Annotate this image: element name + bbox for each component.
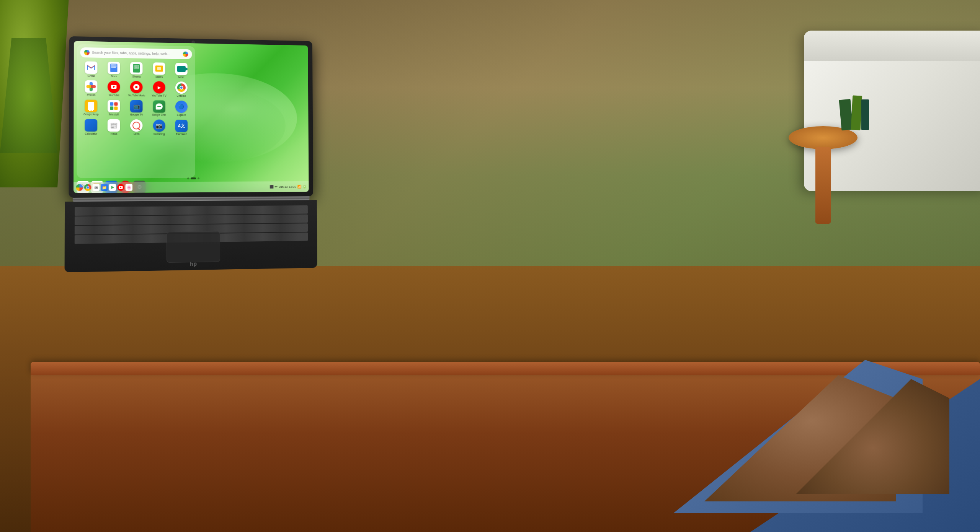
app-label-news: News: [111, 132, 118, 135]
taskbar-photos-icon[interactable]: 🌸: [126, 184, 132, 191]
side-table-leg: [815, 147, 831, 224]
app-label-explore: Explore: [177, 114, 186, 116]
app-item-gkeep[interactable]: Google Keep: [80, 99, 102, 117]
app-label-meet: Meet: [178, 76, 185, 78]
search-bar[interactable]: Search your files, tabs, apps, settings,…: [80, 47, 192, 59]
taskbar-spacer: [134, 187, 268, 187]
app-label-ytv: YouTube TV: [152, 94, 166, 98]
taskbar-files-icon[interactable]: 📁: [101, 184, 108, 191]
taskbar-status-area[interactable]: ⬛ ✏ Jun 13 12:30 📶 🔋: [270, 185, 307, 189]
app-launcher[interactable]: Search your files, tabs, apps, settings,…: [77, 44, 195, 178]
wallpaper: Search your files, tabs, apps, settings,…: [74, 41, 309, 193]
laptop-lid: Search your files, tabs, apps, settings,…: [69, 36, 313, 198]
screen-capture-icon: ⬛: [270, 185, 274, 189]
keyboard-base: hp: [65, 200, 317, 272]
app-item-chrome[interactable]: Chrome: [171, 80, 192, 99]
taskbar-launcher-button[interactable]: [76, 184, 83, 191]
app-item-mystuff[interactable]: My stuff: [103, 99, 125, 117]
app-label-docs: Docs: [111, 75, 117, 78]
taskbar-youtube-icon[interactable]: [117, 184, 124, 191]
app-item-gmail[interactable]: Gmail: [80, 60, 102, 78]
app-grid: Gmail Docs: [80, 60, 192, 137]
app-label-slides: Slides: [155, 75, 163, 78]
taskbar: ✉ 📁: [74, 181, 309, 193]
app-label-translate: Translate: [176, 133, 187, 135]
dot-2-active: [191, 177, 196, 179]
app-item-lens[interactable]: Lens: [126, 118, 147, 137]
app-label-gkeep: Google Keep: [83, 113, 98, 116]
app-item-ytmusic[interactable]: YouTube Music: [126, 80, 147, 98]
app-label-gchat: Google Chat: [152, 114, 166, 117]
screen-bezel: Search your files, tabs, apps, settings,…: [74, 41, 309, 193]
battery-icon: 🔋: [302, 185, 307, 189]
search-placeholder-text: Search your files, tabs, apps, settings,…: [92, 50, 181, 56]
app-label-calculator: Calculator: [85, 132, 97, 135]
taskbar-time: 12:30: [289, 185, 296, 188]
app-item-translate[interactable]: A文 Translate: [171, 119, 192, 137]
app-label-gmail: Gmail: [88, 75, 95, 77]
app-label-lens: Lens: [134, 133, 139, 135]
app-label-ytmusic: YouTube Music: [128, 94, 145, 97]
app-item-scanning[interactable]: 📷 Scanning: [148, 119, 170, 137]
app-item-docs[interactable]: Docs: [103, 60, 125, 79]
app-item-ytv[interactable]: ▶ YouTube TV: [148, 80, 170, 99]
app-item-meet[interactable]: Meet: [171, 62, 192, 80]
app-item-slides[interactable]: Slides: [148, 61, 170, 80]
wifi-icon: 📶: [297, 185, 302, 189]
google-logo-icon: [84, 50, 90, 55]
plant-left: [0, 0, 69, 199]
taskbar-play-icon[interactable]: [109, 184, 116, 191]
app-item-gchat[interactable]: Google Chat: [148, 99, 170, 118]
dot-3: [198, 177, 199, 179]
app-item-gtv[interactable]: 📺 Google TV: [126, 99, 147, 118]
person-arm-area: [559, 272, 980, 532]
dot-1: [187, 177, 189, 179]
app-item-calculator[interactable]: Calculator: [80, 118, 102, 136]
app-label-mystuff: My stuff: [109, 113, 119, 116]
app-label-scanning: Scanning: [154, 133, 165, 135]
book2: [851, 95, 862, 130]
taskbar-chrome-icon[interactable]: [84, 184, 91, 191]
taskbar-date: Jun 13: [279, 185, 287, 189]
couch-back: [804, 31, 980, 61]
taskbar-gmail-icon[interactable]: ✉: [93, 184, 100, 191]
app-label-sheets: Sheets: [132, 75, 141, 78]
app-item-sheets[interactable]: Sheets: [126, 61, 147, 79]
app-item-news[interactable]: 📰 News: [103, 118, 125, 137]
app-label-youtube: YouTube: [109, 94, 119, 96]
app-item-photos[interactable]: Photos: [80, 79, 102, 98]
app-item-explore[interactable]: 🔵 Explore: [171, 99, 192, 118]
app-label-gtv: Google TV: [130, 113, 143, 116]
page-dots: [187, 177, 199, 179]
app-item-youtube[interactable]: YouTube: [103, 79, 125, 98]
book3: [861, 99, 869, 130]
app-label-chrome: Chrome: [176, 94, 186, 97]
laptop: Search your files, tabs, apps, settings,…: [64, 36, 317, 286]
app-label-photos: Photos: [87, 93, 95, 96]
pen-icon: ✏: [275, 185, 278, 189]
assistant-icon[interactable]: [183, 52, 188, 57]
touchpad[interactable]: [167, 231, 220, 263]
